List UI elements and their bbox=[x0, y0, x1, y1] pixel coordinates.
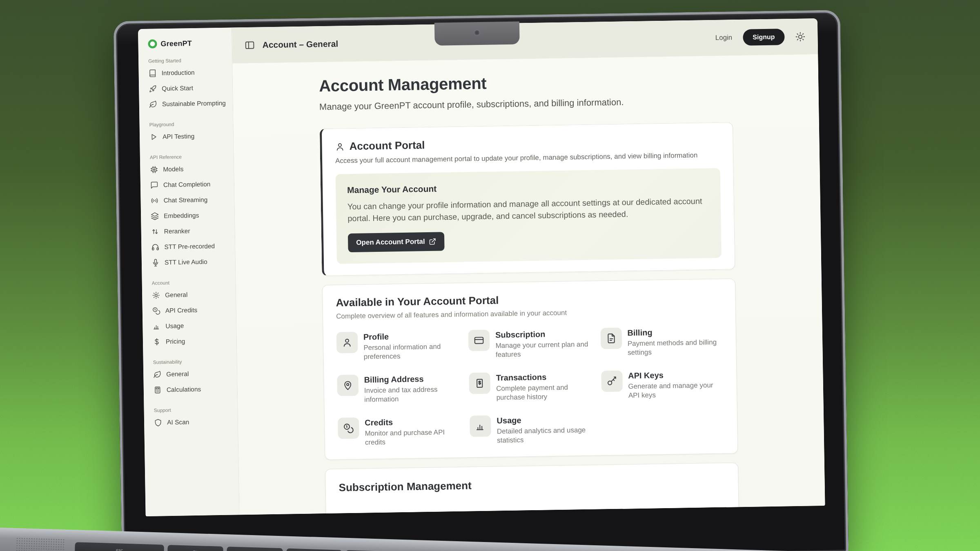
dollar-icon bbox=[153, 338, 161, 346]
sidebar-item-label: Sustainable Prompting bbox=[162, 100, 226, 108]
feature-icon-tile bbox=[468, 330, 490, 351]
feature-api-keys: API Keys Generate and manage your API ke… bbox=[601, 369, 724, 401]
portal-features-card: Available in Your Account Portal Complet… bbox=[322, 278, 738, 460]
chat-icon bbox=[150, 181, 158, 189]
leaf-icon bbox=[149, 100, 157, 108]
chart-icon bbox=[475, 421, 486, 431]
sidebar-section-sustainability: Sustainability bbox=[153, 358, 237, 365]
sidebar-item-label: AI Scan bbox=[167, 418, 189, 426]
feature-icon-tile bbox=[336, 332, 358, 353]
app-window: GreenPT Getting Started Introduction Qui… bbox=[138, 18, 825, 516]
login-link[interactable]: Login bbox=[715, 33, 732, 42]
sidebar-item-api-testing[interactable]: API Testing bbox=[149, 128, 234, 144]
receipt-icon bbox=[474, 378, 485, 389]
key-icon bbox=[606, 376, 617, 387]
chip-icon bbox=[150, 165, 158, 173]
keyboard-key-f1: F1 bbox=[167, 545, 223, 551]
broadcast-icon bbox=[150, 196, 158, 204]
sidebar-section-api-reference: API Reference bbox=[150, 153, 234, 160]
feature-subscription: Subscription Manage your current plan an… bbox=[468, 328, 591, 360]
subscription-management-card: Subscription Management bbox=[325, 462, 739, 515]
logo[interactable]: GreenPT bbox=[148, 38, 232, 49]
speaker-grille bbox=[12, 537, 65, 551]
sidebar-item-label: Quick Start bbox=[162, 84, 193, 92]
feature-title: Billing Address bbox=[364, 374, 459, 385]
sidebar-item-embeddings[interactable]: Embeddings bbox=[151, 207, 235, 224]
open-account-portal-button[interactable]: Open Account Portal bbox=[348, 232, 445, 252]
card-description: Access your full account management port… bbox=[335, 151, 720, 165]
sidebar-item-models[interactable]: Models bbox=[150, 160, 234, 177]
topbar-actions: Login Signup bbox=[715, 28, 805, 46]
headphones-icon bbox=[151, 243, 159, 251]
feature-billing: Billing Payment methods and billing sett… bbox=[600, 326, 723, 358]
mic-icon bbox=[151, 258, 160, 267]
subscription-card-title: Subscription Management bbox=[339, 475, 725, 494]
sidebar-item-chat-streaming[interactable]: Chat Streaming bbox=[150, 191, 234, 208]
sidebar-item-calculations[interactable]: Calculations bbox=[154, 381, 238, 398]
manage-account-panel: Manage Your Account You can change your … bbox=[336, 168, 722, 264]
coins-icon bbox=[343, 423, 354, 433]
sidebar-item-general[interactable]: General bbox=[153, 365, 237, 382]
feature-icon-tile bbox=[470, 415, 491, 437]
feature-description: Complete payment and purchase history bbox=[496, 383, 592, 402]
feature-title: Billing bbox=[627, 327, 723, 338]
sidebar-item-label: General bbox=[166, 370, 189, 378]
feature-title: Transactions bbox=[496, 372, 592, 383]
feature-description: Generate and manage your API keys bbox=[628, 381, 724, 400]
sidebar-item-label: Reranker bbox=[164, 227, 190, 235]
person-icon bbox=[335, 142, 345, 151]
feature-icon-tile bbox=[469, 373, 491, 394]
features-grid: Profile Personal information and prefere… bbox=[336, 326, 724, 448]
sidebar-item-introduction[interactable]: Introduction bbox=[148, 64, 232, 81]
panel-title: Manage Your Account bbox=[347, 180, 709, 195]
feature-description: Personal information and preferences bbox=[363, 342, 459, 362]
sidebar-item-label: API Testing bbox=[163, 133, 194, 140]
play-icon bbox=[149, 133, 158, 141]
feature-usage: Usage Detailed analytics and usage stati… bbox=[470, 414, 592, 446]
coins-icon bbox=[152, 307, 160, 315]
sidebar-item-api-credits[interactable]: API Credits bbox=[152, 302, 236, 318]
person-icon bbox=[342, 337, 352, 348]
sidebar-section-getting-started: Getting Started bbox=[148, 57, 232, 64]
sidebar-item-general[interactable]: General bbox=[152, 286, 236, 303]
feature-profile: Profile Personal information and prefere… bbox=[336, 330, 459, 362]
sidebar-section-support: Support bbox=[154, 406, 238, 413]
sort-icon bbox=[151, 227, 159, 236]
theme-toggle-sun-icon[interactable] bbox=[795, 31, 805, 42]
sidebar-item-pricing[interactable]: Pricing bbox=[153, 333, 237, 349]
sidebar: GreenPT Getting Started Introduction Qui… bbox=[138, 28, 240, 516]
sidebar-item-reranker[interactable]: Reranker bbox=[151, 222, 235, 239]
file-icon bbox=[606, 333, 616, 344]
laptop-camera bbox=[474, 30, 479, 35]
greenpt-logo-icon bbox=[148, 39, 157, 48]
sidebar-item-stt-live-audio[interactable]: STT Live Audio bbox=[151, 253, 236, 270]
keyboard-key-f3: F3 bbox=[286, 549, 342, 551]
sidebar-item-label: Chat Streaming bbox=[163, 196, 207, 204]
sidebar-item-label: Usage bbox=[165, 322, 184, 330]
feature-icon-tile bbox=[337, 375, 359, 396]
sidebar-item-label: STT Live Audio bbox=[165, 258, 207, 267]
sidebar-item-ai-scan[interactable]: AI Scan bbox=[154, 413, 238, 430]
pin-icon bbox=[343, 380, 353, 391]
feature-description: Manage your current plan and features bbox=[495, 340, 591, 360]
feature-description: Invoice and tax address information bbox=[364, 385, 460, 404]
sidebar-toggle-icon[interactable] bbox=[244, 40, 255, 51]
sidebar-item-label: Pricing bbox=[166, 338, 185, 345]
gear-icon bbox=[152, 291, 160, 299]
sidebar-item-usage[interactable]: Usage bbox=[152, 317, 236, 334]
feature-title: Credits bbox=[365, 417, 460, 428]
sidebar-item-label: Models bbox=[163, 165, 183, 173]
sidebar-item-stt-pre-recorded[interactable]: STT Pre-recorded bbox=[151, 238, 235, 255]
sidebar-item-label: General bbox=[165, 291, 187, 299]
sidebar-nav: Getting Started Introduction Quick Start… bbox=[148, 57, 238, 431]
main-area: Account – General Login Signup Account M… bbox=[232, 18, 825, 515]
sidebar-item-chat-completion[interactable]: Chat Completion bbox=[150, 176, 234, 193]
feature-title: Profile bbox=[363, 331, 459, 342]
layers-icon bbox=[151, 212, 159, 220]
sidebar-item-sustainable-prompting[interactable]: Sustainable Prompting bbox=[149, 95, 233, 112]
signup-button[interactable]: Signup bbox=[743, 29, 785, 46]
sidebar-item-quick-start[interactable]: Quick Start bbox=[149, 80, 233, 97]
desktop-background: { "sidebar": { "logo": "GreenPT", "secti… bbox=[0, 0, 980, 551]
features-card-title: Available in Your Account Portal bbox=[336, 291, 722, 309]
external-link-icon bbox=[429, 238, 437, 245]
